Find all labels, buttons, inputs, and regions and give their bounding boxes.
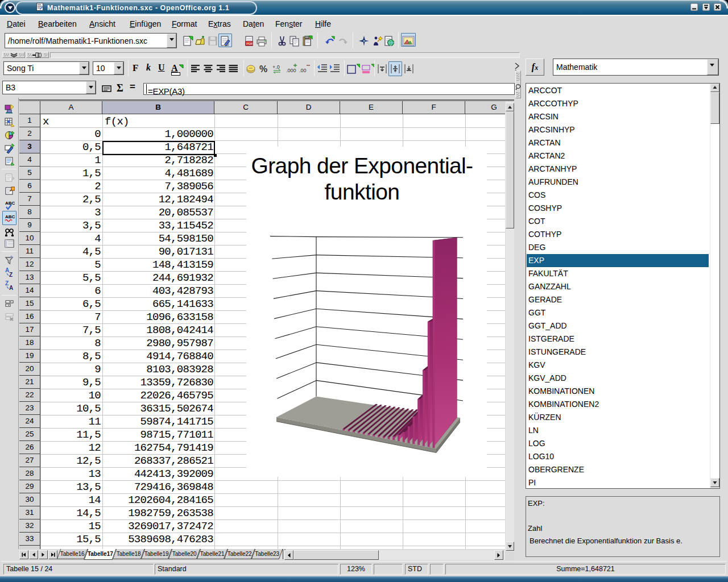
svg-text:+.0: +.0 <box>272 64 280 70</box>
svg-text:%: % <box>259 64 267 74</box>
svg-text:.000: .000 <box>286 68 296 73</box>
svg-text:ABC: ABC <box>5 201 15 206</box>
svg-text:A: A <box>171 63 178 73</box>
svg-text:ABC: ABC <box>5 214 15 219</box>
svg-text:Z: Z <box>5 280 9 286</box>
svg-text:PDF: PDF <box>246 42 253 45</box>
svg-text:Z: Z <box>9 272 13 277</box>
svg-text:.00: .00 <box>299 68 307 73</box>
svg-text:A: A <box>9 285 13 290</box>
